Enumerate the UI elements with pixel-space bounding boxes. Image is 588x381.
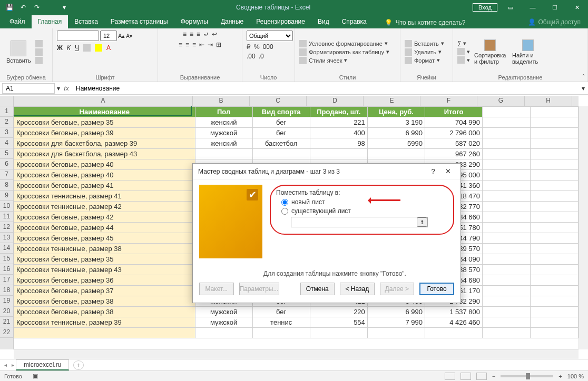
cell[interactable]: Кроссовки теннисные, размер 39 <box>14 317 195 328</box>
align-mid-icon[interactable]: ≡ <box>190 31 193 38</box>
cell[interactable]: 587 020 <box>425 138 482 149</box>
vertical-scrollbar[interactable] <box>579 106 588 349</box>
horizontal-scrollbar[interactable] <box>14 349 579 359</box>
row-header[interactable]: 2 <box>0 117 13 127</box>
cell[interactable] <box>483 138 531 149</box>
cell[interactable]: Кроссовки теннисные, размер 38 <box>14 244 195 254</box>
cell[interactable] <box>530 328 578 338</box>
fx-icon[interactable]: fx <box>60 85 73 92</box>
row-headers[interactable]: 12345678910111213141516171819202122 <box>0 106 14 349</box>
cell[interactable] <box>530 244 578 254</box>
finish-button[interactable]: Готово <box>419 283 454 295</box>
view-layout-icon[interactable] <box>460 373 471 380</box>
cell[interactable]: 2 796 000 <box>425 128 482 138</box>
tell-me-box[interactable]: 💡Что вы хотите сделать? <box>379 17 471 28</box>
cell[interactable]: 98 <box>310 138 367 149</box>
cell[interactable]: баскетбол <box>252 138 310 149</box>
cell[interactable] <box>483 159 531 170</box>
bold-button[interactable]: Ж <box>57 44 63 53</box>
insert-cells-button[interactable]: Вставить ▾ <box>405 40 444 47</box>
cell[interactable] <box>530 149 578 159</box>
tab-formulas[interactable]: Формулы <box>174 15 214 28</box>
cell[interactable] <box>530 233 578 244</box>
row-header[interactable]: 12 <box>0 222 13 233</box>
row-header[interactable]: 16 <box>0 264 13 275</box>
cancel-button[interactable]: Отмена <box>300 283 335 295</box>
sheet-tab-active[interactable]: microexcel.ru <box>16 359 69 370</box>
row-header[interactable]: 9 <box>0 190 13 201</box>
cell[interactable]: 5990 <box>367 138 425 149</box>
cell[interactable] <box>483 275 531 286</box>
cell[interactable] <box>483 191 531 202</box>
qat-dropdown-icon[interactable]: ▾ <box>58 2 71 13</box>
zoom-out-icon[interactable]: − <box>492 373 495 379</box>
minimize-icon[interactable]: — <box>522 0 544 15</box>
cell[interactable]: Кроссовки беговые, размер 41 <box>14 181 195 191</box>
autosum-button[interactable]: ∑ ▾ <box>457 40 470 47</box>
table-header-cell[interactable]: Итого <box>425 107 482 117</box>
cell[interactable] <box>483 170 531 181</box>
cell[interactable]: 220 <box>310 307 367 317</box>
back-button[interactable]: < Назад <box>340 283 375 295</box>
paste-button[interactable]: Вставить <box>4 39 33 65</box>
cell[interactable] <box>530 117 578 128</box>
row-header[interactable]: 7 <box>0 169 13 180</box>
row-header[interactable]: 10 <box>0 201 13 212</box>
cell[interactable] <box>195 149 252 159</box>
align-center-icon[interactable]: ≡ <box>185 41 189 48</box>
align-bot-icon[interactable]: ≡ <box>197 31 200 38</box>
delete-cells-button[interactable]: Удалить ▾ <box>405 48 444 56</box>
cell[interactable] <box>483 286 531 296</box>
clear-button[interactable]: ▾ <box>457 56 470 64</box>
column-header[interactable]: F <box>420 96 477 106</box>
cell[interactable] <box>530 128 578 138</box>
dec-decimal-icon[interactable]: .0 <box>259 53 264 60</box>
ribbon-options-icon[interactable]: ▭ <box>499 0 522 15</box>
cell[interactable] <box>483 128 531 138</box>
cell[interactable]: Кроссовки беговые, размер 35 <box>14 117 195 128</box>
cell[interactable] <box>252 328 310 338</box>
cell[interactable] <box>530 191 578 202</box>
cell[interactable] <box>530 317 578 328</box>
cell[interactable]: теннис <box>252 317 310 328</box>
cell[interactable]: 967 260 <box>425 149 482 159</box>
radio-new-sheet-input[interactable] <box>281 199 288 206</box>
cell[interactable]: бег <box>252 307 310 317</box>
format-table-button[interactable]: Форматировать как таблицу ▾ <box>299 48 389 56</box>
cell[interactable] <box>14 328 195 338</box>
cell[interactable] <box>530 212 578 223</box>
cell[interactable] <box>483 212 531 223</box>
column-header[interactable]: C <box>250 96 307 106</box>
column-header[interactable]: G <box>477 96 525 106</box>
row-header[interactable]: 1 <box>0 106 13 117</box>
cell[interactable]: Кроссовки для баскетбола, размер 39 <box>14 138 195 149</box>
row-header[interactable]: 14 <box>0 243 13 254</box>
cell[interactable] <box>310 328 367 338</box>
number-format-select[interactable]: Общий <box>247 31 293 41</box>
close-icon[interactable]: ✕ <box>566 0 588 15</box>
cell[interactable] <box>483 265 531 275</box>
underline-button[interactable]: Ч <box>75 44 79 53</box>
radio-existing-sheet-input[interactable] <box>281 208 288 215</box>
grow-font-icon[interactable]: A▴ <box>118 33 125 39</box>
table-header-cell[interactable]: Цена, руб. <box>367 107 425 117</box>
cell[interactable]: Кроссовки беговые, размер 44 <box>14 223 195 233</box>
cell[interactable] <box>530 275 578 286</box>
cell[interactable]: Кроссовки беговые, размер 36 <box>14 275 195 286</box>
cell[interactable] <box>367 149 425 159</box>
view-normal-icon[interactable] <box>445 373 455 380</box>
cell[interactable]: 4 426 460 <box>425 317 482 328</box>
cell[interactable] <box>483 181 531 191</box>
row-header[interactable]: 19 <box>0 296 13 306</box>
align-left-icon[interactable]: ≡ <box>179 41 182 48</box>
cell[interactable]: женский <box>195 117 252 128</box>
expand-formula-icon[interactable]: ▾ <box>579 85 588 92</box>
cell[interactable]: 6 990 <box>367 307 425 317</box>
cell[interactable] <box>483 107 531 117</box>
indent-dec-icon[interactable]: ⇤ <box>199 41 204 48</box>
formula-input[interactable] <box>73 83 579 94</box>
fill-button[interactable]: ▾ <box>457 48 470 55</box>
cell[interactable] <box>483 233 531 244</box>
dialog-titlebar[interactable]: Мастер сводных таблиц и диаграмм - шаг 3… <box>193 164 460 179</box>
cell[interactable] <box>530 286 578 296</box>
